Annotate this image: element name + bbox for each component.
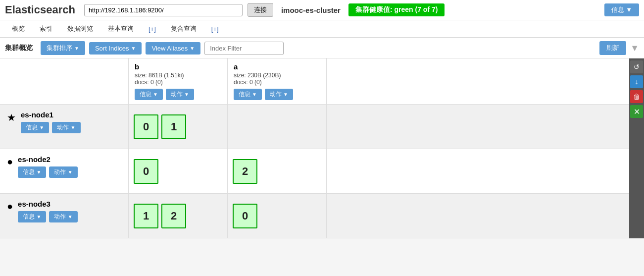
index-a-buttons: 信息 ▼ 动作 ▼ bbox=[234, 89, 320, 100]
toolbar: 集群概览 集群排序 ▼ Sort Indices ▼ View Aliases … bbox=[0, 38, 644, 58]
index-a-action-button[interactable]: 动作 ▼ bbox=[265, 89, 293, 100]
index-filter-input[interactable] bbox=[204, 42, 284, 55]
index-b-action-button[interactable]: 动作 ▼ bbox=[166, 89, 194, 100]
index-b-info-arrow: ▼ bbox=[153, 92, 158, 97]
shard-cell[interactable]: 0 bbox=[134, 114, 158, 139]
node-3-buttons: 信息 ▼ 动作 ▼ bbox=[18, 211, 78, 222]
index-header-row: b size: 861B (1.51ki) docs: 0 (0) 信息 ▼ 动… bbox=[0, 58, 629, 105]
node-2-buttons: 信息 ▼ 动作 ▼ bbox=[18, 166, 78, 178]
right-panel-download-button[interactable]: ↓ bbox=[630, 75, 643, 88]
node-2-info-button[interactable]: 信息 ▼ bbox=[18, 166, 46, 178]
grid-area: b size: 861B (1.51ki) docs: 0 (0) 信息 ▼ 动… bbox=[0, 58, 629, 238]
index-a-name: a bbox=[234, 62, 320, 71]
node-1-buttons: 信息 ▼ 动作 ▼ bbox=[21, 122, 81, 133]
sort-indices-button[interactable]: Sort Indices ▼ bbox=[89, 42, 142, 55]
index-b-info-button[interactable]: 信息 ▼ bbox=[135, 89, 163, 100]
node-1-index-b-shards: 0 1 bbox=[129, 105, 228, 149]
top-header: Elasticsearch 连接 imooc-es-cluster 集群健康值:… bbox=[0, 0, 644, 20]
node-3-icon: ● bbox=[7, 201, 13, 212]
main-area: b size: 861B (1.51ki) docs: 0 (0) 信息 ▼ 动… bbox=[0, 58, 644, 238]
view-aliases-arrow: ▼ bbox=[190, 46, 195, 51]
index-b-action-arrow: ▼ bbox=[184, 92, 189, 97]
node-3-name: es-node3 bbox=[18, 200, 78, 208]
node-1-name: es-node1 bbox=[21, 110, 81, 119]
index-header-a: a size: 230B (230B) docs: 0 (0) 信息 ▼ 动作 … bbox=[228, 58, 327, 104]
cluster-name: imooc-es-cluster bbox=[281, 6, 341, 14]
shard-cell[interactable]: 2 bbox=[233, 159, 257, 184]
nav-basic-query[interactable]: 基本查询 bbox=[101, 20, 141, 38]
shard-cell[interactable]: 2 bbox=[161, 204, 186, 228]
node-2-name: es-node2 bbox=[18, 155, 78, 164]
index-a-info-arrow: ▼ bbox=[252, 92, 257, 97]
cluster-overview-label: 集群概览 bbox=[5, 44, 33, 53]
refresh-button[interactable]: 刷新 bbox=[599, 41, 626, 55]
index-a-size: size: 230B (230B) bbox=[234, 72, 320, 79]
node-2-icon: ● bbox=[7, 156, 13, 167]
node-row-1: ★ es-node1 信息 ▼ 动作 ▼ bbox=[0, 105, 629, 149]
node-3-action-arrow: ▼ bbox=[68, 214, 73, 220]
right-panel: ↺ ↓ 🗑 ✕ bbox=[629, 58, 644, 238]
right-panel-refresh-button[interactable]: ↺ bbox=[630, 60, 643, 73]
url-input[interactable] bbox=[84, 4, 243, 16]
node-2-index-a-shards: 2 bbox=[228, 149, 327, 193]
sort-cluster-arrow: ▼ bbox=[74, 46, 79, 51]
sort-cluster-button[interactable]: 集群排序 ▼ bbox=[41, 41, 85, 55]
node-2-details: es-node2 信息 ▼ 动作 ▼ bbox=[18, 155, 78, 178]
node-1-details: es-node1 信息 ▼ 动作 ▼ bbox=[21, 110, 81, 133]
index-header-b: b size: 861B (1.51ki) docs: 0 (0) 信息 ▼ 动… bbox=[129, 58, 228, 104]
node-info-1: ★ es-node1 信息 ▼ 动作 ▼ bbox=[0, 105, 129, 149]
shard-cell[interactable]: 0 bbox=[134, 159, 158, 184]
corner-cell bbox=[0, 58, 129, 104]
nav-data-browser[interactable]: 数据浏览 bbox=[60, 20, 100, 38]
node-info-3: ● es-node3 信息 ▼ 动作 ▼ bbox=[0, 194, 129, 238]
shard-cell[interactable]: 0 bbox=[233, 204, 257, 228]
shard-cell[interactable]: 1 bbox=[134, 204, 158, 228]
health-badge: 集群健康值: green (7 of 7) bbox=[348, 3, 445, 16]
node-3-action-button[interactable]: 动作 ▼ bbox=[49, 211, 77, 222]
index-a-docs: docs: 0 (0) bbox=[234, 79, 320, 86]
connect-button[interactable]: 连接 bbox=[248, 3, 273, 17]
app-title: Elasticsearch bbox=[5, 3, 75, 16]
index-b-docs: docs: 0 (0) bbox=[135, 79, 221, 86]
index-b-buttons: 信息 ▼ 动作 ▼ bbox=[135, 89, 221, 100]
nav-complex-query-add[interactable]: [+] bbox=[204, 21, 226, 38]
nav-complex-query[interactable]: 复合查询 bbox=[164, 20, 203, 38]
right-panel-delete-button[interactable]: 🗑 bbox=[630, 90, 643, 103]
nav-bar: 概览 索引 数据浏览 基本查询 [+] 复合查询 [+] bbox=[0, 20, 644, 38]
refresh-arrow-icon[interactable]: ▼ bbox=[630, 43, 639, 54]
node-row-2: ● es-node2 信息 ▼ 动作 ▼ bbox=[0, 149, 629, 194]
node-info-2: ● es-node2 信息 ▼ 动作 ▼ bbox=[0, 149, 129, 193]
node-row-3: ● es-node3 信息 ▼ 动作 ▼ bbox=[0, 194, 629, 238]
node-2-info-arrow: ▼ bbox=[36, 169, 41, 175]
node-3-index-a-shards: 0 bbox=[228, 194, 327, 238]
node-2-action-arrow: ▼ bbox=[68, 169, 73, 175]
view-aliases-button[interactable]: View Aliases ▼ bbox=[146, 42, 200, 55]
node-1-icon: ★ bbox=[7, 111, 16, 123]
node-3-details: es-node3 信息 ▼ 动作 ▼ bbox=[18, 200, 78, 222]
node-3-info-arrow: ▼ bbox=[36, 214, 41, 220]
sort-indices-arrow: ▼ bbox=[131, 46, 136, 51]
index-b-size: size: 861B (1.51ki) bbox=[135, 72, 221, 79]
node-1-action-arrow: ▼ bbox=[71, 125, 76, 130]
nav-basic-query-add[interactable]: [+] bbox=[142, 21, 163, 38]
node-1-action-button[interactable]: 动作 ▼ bbox=[52, 122, 80, 133]
node-2-index-b-shards: 0 bbox=[129, 149, 228, 193]
index-b-name: b bbox=[135, 62, 221, 71]
node-2-action-button[interactable]: 动作 ▼ bbox=[49, 166, 77, 178]
index-a-action-arrow: ▼ bbox=[283, 92, 288, 97]
node-1-info-button[interactable]: 信息 ▼ bbox=[21, 122, 49, 133]
node-1-index-a-shards bbox=[228, 105, 327, 149]
nav-overview[interactable]: 概览 bbox=[5, 20, 32, 38]
index-a-info-button[interactable]: 信息 ▼ bbox=[234, 89, 262, 100]
right-panel-close-button[interactable]: ✕ bbox=[630, 105, 643, 118]
nav-indices[interactable]: 索引 bbox=[33, 20, 59, 38]
node-1-info-arrow: ▼ bbox=[39, 125, 44, 130]
shard-cell[interactable]: 1 bbox=[161, 114, 186, 139]
node-3-info-button[interactable]: 信息 ▼ bbox=[18, 211, 46, 222]
info-top-button[interactable]: 信息 ▼ bbox=[604, 3, 640, 16]
node-3-index-b-shards: 1 2 bbox=[129, 194, 228, 238]
